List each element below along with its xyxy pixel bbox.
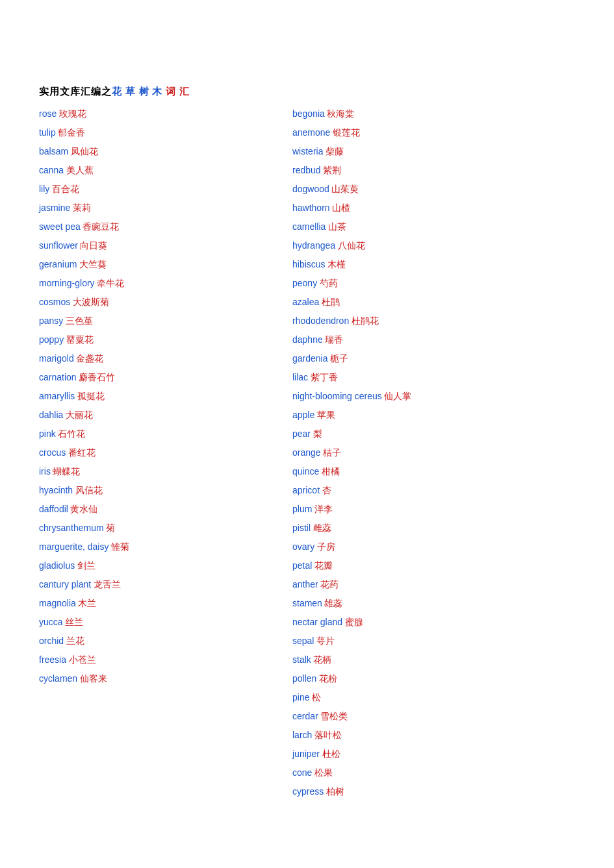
right-column: begonia 秋海棠anemone 银莲花wisteria 柴藤redbud … xyxy=(292,105,572,801)
list-item: lilac 紫丁香 xyxy=(292,368,572,387)
list-item: orchid 兰花 xyxy=(39,632,273,651)
list-item: crocus 番红花 xyxy=(39,443,273,462)
list-item: geranium 大竺葵 xyxy=(39,255,273,274)
list-item: magnolia 木兰 xyxy=(39,594,273,613)
list-item: tulip 郁金香 xyxy=(39,123,273,142)
list-item: gladiolus 剑兰 xyxy=(39,556,273,575)
list-item: daffodil 黄水仙 xyxy=(39,500,273,519)
list-item: anther 花药 xyxy=(292,575,572,594)
list-item: jasmine 茉莉 xyxy=(39,199,273,217)
list-item: stalk 花柄 xyxy=(292,651,572,669)
list-item: hawthorn 山楂 xyxy=(292,199,572,217)
content-area: rose 玫瑰花tulip 郁金香balsam 凤仙花canna 美人蕉lily… xyxy=(39,105,575,801)
list-item: rhododendron 杜鹃花 xyxy=(292,312,572,330)
list-item: balsam 凤仙花 xyxy=(39,142,273,161)
list-item: petal 花瓣 xyxy=(292,556,572,575)
list-item: quince 柑橘 xyxy=(292,462,572,481)
list-item: pansy 三色堇 xyxy=(39,312,273,330)
list-item: cosmos 大波斯菊 xyxy=(39,293,273,312)
list-item: ovary 子房 xyxy=(292,538,572,556)
list-item: canna 美人蕉 xyxy=(39,161,273,180)
list-item: stamen 雄蕊 xyxy=(292,594,572,613)
list-item: daphne 瑞香 xyxy=(292,330,572,349)
list-item: larch 落叶松 xyxy=(292,726,572,745)
list-item: pink 石竹花 xyxy=(39,425,273,443)
list-item: morning-glory 牵牛花 xyxy=(39,274,273,293)
list-item: dogwood 山茱萸 xyxy=(292,180,572,199)
list-item: poppy 罂粟花 xyxy=(39,330,273,349)
list-item: plum 洋李 xyxy=(292,500,572,519)
list-item: hyacinth 风信花 xyxy=(39,481,273,500)
list-item: juniper 杜松 xyxy=(292,745,572,763)
list-item: hydrangea 八仙花 xyxy=(292,236,572,255)
list-item: night-blooming cereus 仙人掌 xyxy=(292,387,572,406)
list-item: rose 玫瑰花 xyxy=(39,105,273,123)
list-item: cypress 柏树 xyxy=(292,782,572,801)
list-item: apricot 杏 xyxy=(292,481,572,500)
list-item: orange 桔子 xyxy=(292,443,572,462)
list-item: lily 百合花 xyxy=(39,180,273,199)
list-item: anemone 银莲花 xyxy=(292,123,572,142)
list-item: pollen 花粉 xyxy=(292,669,572,688)
list-item: sweet pea 香豌豆花 xyxy=(39,217,273,236)
list-item: camellia 山茶 xyxy=(292,217,572,236)
list-item: dahlia 大丽花 xyxy=(39,406,273,425)
list-item: freesia 小苍兰 xyxy=(39,651,273,669)
list-item: chrysanthemum 菊 xyxy=(39,519,273,538)
list-item: wisteria 柴藤 xyxy=(292,142,572,161)
list-item: amaryllis 孤挺花 xyxy=(39,387,273,406)
list-item: cyclamen 仙客来 xyxy=(39,669,273,688)
list-item: carnation 麝香石竹 xyxy=(39,368,273,387)
list-item: nectar gland 蜜腺 xyxy=(292,613,572,632)
list-item: pear 梨 xyxy=(292,425,572,443)
list-item: cone 松果 xyxy=(292,763,572,782)
list-item: cantury plant 龙舌兰 xyxy=(39,575,273,594)
list-item: azalea 杜鹃 xyxy=(292,293,572,312)
list-item: pistil 雌蕊 xyxy=(292,519,572,538)
list-item: iris 蝴蝶花 xyxy=(39,462,273,481)
list-item: hibiscus 木槿 xyxy=(292,255,572,274)
left-column: rose 玫瑰花tulip 郁金香balsam 凤仙花canna 美人蕉lily… xyxy=(39,105,292,801)
list-item: yucca 丝兰 xyxy=(39,613,273,632)
page-container: 实用文库汇编之花 草 树 木 词 汇 rose 玫瑰花tulip 郁金香bals… xyxy=(0,0,614,853)
list-item: marigold 金盏花 xyxy=(39,349,273,368)
list-item: pine 松 xyxy=(292,688,572,707)
list-item: begonia 秋海棠 xyxy=(292,105,572,123)
list-item: peony 芍药 xyxy=(292,274,572,293)
list-item: marguerite, daisy 雏菊 xyxy=(39,538,273,556)
list-item: sepal 萼片 xyxy=(292,632,572,651)
page-title: 实用文库汇编之花 草 树 木 词 汇 xyxy=(39,86,575,98)
list-item: cerdar 雪松类 xyxy=(292,707,572,726)
list-item: gardenia 栀子 xyxy=(292,349,572,368)
list-item: redbud 紫荆 xyxy=(292,161,572,180)
list-item: sunflower 向日葵 xyxy=(39,236,273,255)
list-item: apple 苹果 xyxy=(292,406,572,425)
